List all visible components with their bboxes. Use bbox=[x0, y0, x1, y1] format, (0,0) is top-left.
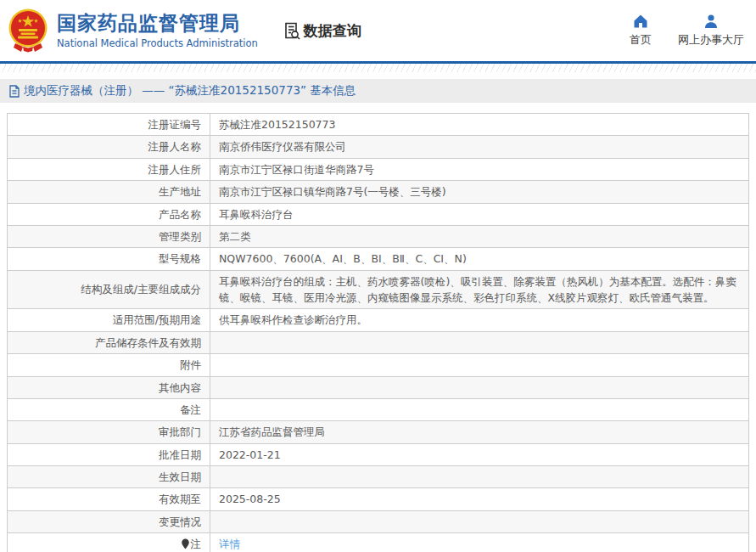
table-row: 产品储存条件及有效期 bbox=[8, 331, 749, 353]
site-header: 国家药品监督管理局 National Medical Products Admi… bbox=[0, 0, 756, 61]
user-icon bbox=[703, 14, 719, 29]
info-table: 注册证编号苏械注准20152150773注册人名称南京侨伟医疗仪器有限公司注册人… bbox=[7, 113, 749, 552]
table-row: 型号规格NQW7600、7600(A、AI、B、BI、BⅡ、C、CI、N) bbox=[8, 248, 749, 270]
row-label: 型号规格 bbox=[8, 248, 210, 270]
row-value bbox=[210, 398, 749, 420]
row-label: 产品名称 bbox=[8, 203, 210, 225]
nav-home[interactable]: 首页 bbox=[625, 14, 656, 48]
table-row: 变更情况 bbox=[8, 510, 749, 532]
table-row: 注册人名称南京侨伟医疗仪器有限公司 bbox=[8, 136, 749, 158]
row-label: 变更情况 bbox=[8, 510, 210, 532]
table-row: 适用范围/预期用途供耳鼻喉科作检查诊断治疗用。 bbox=[8, 309, 749, 331]
row-value: 第二类 bbox=[210, 225, 749, 247]
row-label: 备注 bbox=[8, 398, 210, 420]
org-name-en: National Medical Products Administration bbox=[57, 37, 258, 49]
row-value: 耳鼻喉科治疗台 bbox=[210, 203, 749, 225]
header-left: 国家药品监督管理局 National Medical Products Admi… bbox=[7, 8, 361, 53]
row-value bbox=[210, 376, 749, 398]
row-value: 南京市江宁区禄口镇华商路7号(一号楼、三号楼) bbox=[210, 181, 749, 203]
table-row: 注详情 bbox=[8, 533, 749, 552]
table-row: 有效期至2025-08-25 bbox=[8, 488, 749, 510]
table-row: 批准日期2022-01-21 bbox=[8, 443, 749, 465]
row-label: 审批部门 bbox=[8, 421, 210, 443]
row-value: 南京市江宁区禄口街道华商路7号 bbox=[210, 158, 749, 180]
row-value: 供耳鼻喉科作检查诊断治疗用。 bbox=[210, 309, 749, 331]
home-icon bbox=[633, 14, 648, 29]
row-label: 生效日期 bbox=[8, 466, 210, 488]
table-row: 产品名称耳鼻喉科治疗台 bbox=[8, 203, 749, 225]
row-value: 2025-08-25 bbox=[210, 488, 749, 510]
table-row: 附件 bbox=[8, 354, 749, 376]
nav-service-hall[interactable]: 网上办事大厅 bbox=[678, 14, 744, 48]
row-label: 管理类别 bbox=[8, 225, 210, 247]
striped-band bbox=[0, 64, 756, 72]
table-row: 生效日期 bbox=[8, 466, 749, 488]
row-value bbox=[210, 510, 749, 532]
row-label: 生产地址 bbox=[8, 181, 210, 203]
row-label: 注册人住所 bbox=[8, 158, 210, 180]
table-row: 审批部门江苏省药品监督管理局 bbox=[8, 421, 749, 443]
row-value bbox=[210, 354, 749, 376]
row-value: NQW7600、7600(A、AI、B、BI、BⅡ、C、CI、N) bbox=[210, 248, 749, 270]
row-label: 结构及组成/主要组成成分 bbox=[8, 270, 210, 309]
header-right: 首页 网上办事大厅 bbox=[625, 14, 744, 48]
row-value bbox=[210, 331, 749, 353]
row-value: 2022-01-21 bbox=[210, 443, 749, 465]
pin-icon bbox=[181, 538, 190, 549]
org-names: 国家药品监督管理局 National Medical Products Admi… bbox=[57, 12, 258, 49]
nav-service-hall-label: 网上办事大厅 bbox=[678, 32, 744, 48]
row-value bbox=[210, 466, 749, 488]
table-row: 注册人住所南京市江宁区禄口街道华商路7号 bbox=[8, 158, 749, 180]
row-label: 其他内容 bbox=[8, 376, 210, 398]
table-row: 生产地址南京市江宁区禄口镇华商路7号(一号楼、三号楼) bbox=[8, 181, 749, 203]
national-emblem-logo bbox=[7, 8, 49, 53]
row-label: 有效期至 bbox=[8, 488, 210, 510]
row-label: 注册证编号 bbox=[8, 114, 210, 136]
data-query-icon bbox=[282, 20, 302, 41]
table-row: 结构及组成/主要组成成分耳鼻喉科治疗台的组成：主机、药水喷雾器(喷枪)、吸引装置… bbox=[8, 270, 749, 309]
table-row: 备注 bbox=[8, 398, 749, 420]
table-row: 其他内容 bbox=[8, 376, 749, 398]
row-label: 适用范围/预期用途 bbox=[8, 309, 210, 331]
data-query-label: 数据查询 bbox=[304, 21, 361, 41]
breadcrumb-text: 境内医疗器械（注册） —— “苏械注准20152150773” 基本信息 bbox=[24, 83, 356, 99]
org-name-zh: 国家药品监督管理局 bbox=[57, 12, 258, 36]
nav-home-label: 首页 bbox=[630, 32, 652, 48]
row-value: 南京侨伟医疗仪器有限公司 bbox=[210, 136, 749, 158]
row-value: 耳鼻喉科治疗台的组成：主机、药水喷雾器(喷枪)、吸引装置、除雾装置（热风机）为基… bbox=[210, 270, 749, 309]
row-value: 江苏省药品监督管理局 bbox=[210, 421, 749, 443]
breadcrumb: 境内医疗器械（注册） —— “苏械注准20152150773” 基本信息 bbox=[0, 79, 756, 103]
nav-data-query[interactable]: 数据查询 bbox=[282, 20, 361, 41]
row-label: 产品储存条件及有效期 bbox=[8, 331, 210, 353]
table-row: 管理类别第二类 bbox=[8, 225, 749, 247]
table-row: 注册证编号苏械注准20152150773 bbox=[8, 114, 749, 136]
row-label: 注 bbox=[8, 533, 210, 552]
detail-link[interactable]: 详情 bbox=[219, 538, 240, 550]
row-label: 附件 bbox=[8, 354, 210, 376]
document-icon bbox=[8, 85, 20, 98]
row-label: 注册人名称 bbox=[8, 136, 210, 158]
row-label: 批准日期 bbox=[8, 443, 210, 465]
row-value: 苏械注准20152150773 bbox=[210, 114, 749, 136]
row-value: 详情 bbox=[210, 533, 749, 552]
